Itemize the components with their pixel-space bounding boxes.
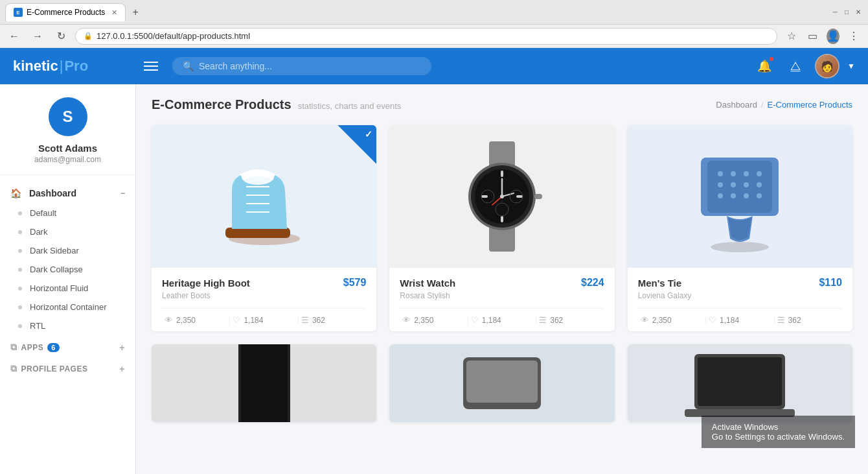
bookmark-button[interactable]: ▭ [803, 27, 821, 45]
svg-point-35 [731, 193, 736, 198]
sidebar-item-label: Dark Sidebar [30, 246, 79, 255]
sidebar-item-label: Horizontal Fluid [30, 283, 88, 293]
refresh-button[interactable]: ↻ [52, 27, 70, 45]
product-brand: Leather Boots [162, 291, 366, 300]
close-button[interactable]: ✕ [854, 8, 863, 17]
sidebar-item-horizontal-container[interactable]: Horizontal Container [0, 298, 135, 316]
svg-rect-1 [225, 228, 290, 238]
apps-badge: 6 [47, 343, 60, 352]
product-stats: 👁 2,350 ♡ 1,184 ☰ 362 [638, 308, 842, 331]
browser-actions: ☆ ▭ 👤 ⋮ [782, 27, 863, 45]
svg-rect-43 [466, 361, 538, 403]
new-tab-button[interactable]: + [128, 5, 142, 19]
product-card-watch[interactable]: Wrist Watch $224 Rosara Stylish 👁 2,350 … [389, 125, 614, 331]
product-name: Heritage High Boot [162, 278, 250, 289]
more-options-button[interactable]: ⋮ [845, 27, 863, 45]
sidebar-item-label: RTL [30, 321, 45, 331]
hamburger-line-1 [144, 62, 158, 63]
collapse-icon[interactable]: − [120, 189, 125, 198]
dot-icon [18, 324, 22, 328]
product-image-wrapper: ✓ [152, 125, 376, 268]
search-bar[interactable]: 🔍 Search anything... [172, 57, 431, 75]
product-brand: Loviena Galaxy [638, 291, 842, 300]
account-button[interactable]: 👤 [824, 27, 842, 45]
dot-icon [18, 211, 22, 215]
app-logo: kinetic|Pro [13, 58, 117, 75]
minimize-button[interactable]: ─ [830, 8, 839, 17]
hamburger-line-2 [144, 65, 158, 67]
svg-point-30 [718, 182, 723, 187]
sidebar-apps-header: ⧉ Apps 6 + [0, 335, 135, 357]
svg-rect-23 [534, 194, 542, 199]
product-price: $110 [819, 277, 842, 289]
profile-pages-add-button[interactable]: + [119, 364, 125, 374]
maximize-button[interactable]: □ [842, 8, 851, 17]
product-card-boot[interactable]: ✓ Heritage High Boot $579 Leather Boots … [152, 125, 376, 331]
tab-favicon: E [14, 8, 23, 17]
user-dropdown-arrow[interactable]: ▼ [847, 62, 855, 71]
active-tab[interactable]: E E-Commerce Products ✕ [5, 3, 126, 21]
product-image-wrapper [628, 125, 852, 268]
sidebar-item-dark-collapse[interactable]: Dark Collapse [0, 260, 135, 279]
sidebar-item-horizontal-fluid[interactable]: Horizontal Fluid [0, 279, 135, 298]
stat-comments: ☰ 362 [298, 315, 366, 325]
comments-count: 362 [312, 316, 325, 325]
back-button[interactable]: ← [5, 27, 23, 45]
product-card-phone[interactable] [152, 344, 376, 422]
sidebar-item-label: Horizontal Container [30, 302, 107, 312]
notification-button[interactable]: 🔔 [753, 54, 776, 78]
grid-button[interactable]: ⧋ [784, 54, 807, 78]
heart-icon: ♡ [233, 315, 240, 325]
breadcrumb: Dashboard / E-Commerce Products [716, 100, 852, 110]
views-count: 2,350 [652, 316, 672, 325]
views-count: 2,350 [414, 316, 433, 325]
check-icon: ✓ [365, 129, 372, 139]
search-icon: 🔍 [183, 61, 194, 71]
user-avatar[interactable]: 🧑 [815, 54, 839, 78]
avatar-face: 🧑 [816, 54, 838, 78]
product-image-boot [152, 125, 376, 268]
tab-close-button[interactable]: ✕ [111, 8, 117, 17]
likes-count: 1,184 [482, 316, 501, 325]
stat-likes: ♡ 1,184 [705, 315, 773, 325]
sidebar-item-dark-sidebar[interactable]: Dark Sidebar [0, 241, 135, 260]
product-card-tie[interactable]: Men's Tie $110 Loviena Galaxy 👁 2,350 ♡ [628, 125, 852, 331]
logo-separator: | [60, 58, 63, 75]
heart-icon: ♡ [709, 315, 716, 325]
browser-chrome: E E-Commerce Products ✕ + ─ □ ✕ [0, 0, 868, 25]
breadcrumb-separator: / [761, 100, 764, 110]
logo-pro: Pro [64, 58, 88, 75]
hamburger-button[interactable] [140, 58, 162, 75]
product-image-phone [152, 344, 376, 422]
sidebar-item-rtl[interactable]: RTL [0, 316, 135, 335]
dot-icon [18, 305, 22, 309]
product-price: $579 [343, 277, 367, 289]
sidebar-dashboard-header[interactable]: 🏠 Dashboard − [0, 183, 135, 204]
sidebar-item-default[interactable]: Default [0, 204, 135, 222]
heart-icon: ♡ [471, 315, 479, 325]
profile-avatar: S [49, 97, 87, 136]
svg-point-22 [500, 195, 504, 198]
stat-comments: ☰ 362 [536, 315, 604, 325]
address-bar[interactable]: 🔒 127.0.0.1:5500/default/app-products.ht… [75, 28, 777, 45]
svg-point-34 [718, 193, 723, 198]
product-card-laptop[interactable] [628, 344, 852, 422]
svg-rect-12 [501, 171, 503, 177]
profile-pages-label: Profile Pages [21, 364, 88, 373]
profile-pages-grid-icon: ⧉ [10, 363, 17, 374]
product-info: Wrist Watch $224 Rosara Stylish 👁 2,350 … [389, 268, 614, 331]
stat-comments: ☰ 362 [774, 315, 842, 325]
star-button[interactable]: ☆ [782, 27, 801, 45]
likes-count: 1,184 [720, 316, 739, 325]
comment-icon: ☰ [539, 315, 547, 325]
notification-badge [768, 56, 775, 62]
sidebar: S Scott Adams adams@gmail.com 🏠 Dashboar… [0, 84, 136, 474]
sidebar-item-dark[interactable]: Dark [0, 222, 135, 241]
breadcrumb-home[interactable]: Dashboard [716, 100, 757, 110]
apps-add-button[interactable]: + [119, 342, 125, 353]
dashboard-label: Dashboard [29, 188, 76, 198]
forward-button[interactable]: → [29, 27, 47, 45]
sidebar-profile: S Scott Adams adams@gmail.com [0, 84, 135, 175]
product-card-device2[interactable] [389, 344, 614, 422]
page-title-area: E-Commerce Products statistics, charts a… [152, 97, 401, 112]
